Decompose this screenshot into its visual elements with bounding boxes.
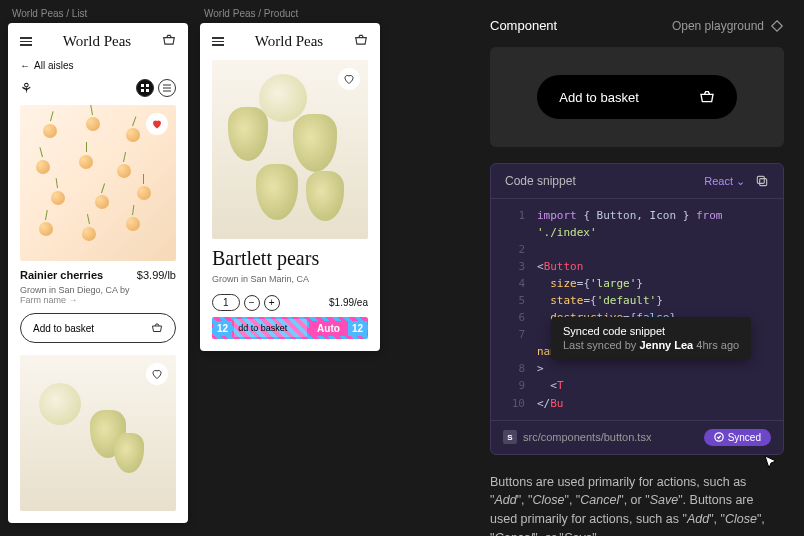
framework-dropdown[interactable]: React ⌄	[704, 175, 745, 188]
svg-rect-1	[146, 84, 149, 87]
menu-icon[interactable]	[212, 37, 224, 46]
svg-rect-2	[141, 89, 144, 92]
selected-button-label: dd to basket	[234, 319, 307, 337]
spacing-right: 12	[348, 321, 367, 336]
farm-link[interactable]: Farm name →	[20, 295, 176, 305]
basket-icon[interactable]	[354, 33, 368, 50]
svg-rect-3	[146, 89, 149, 92]
product-hero-image[interactable]	[212, 60, 368, 239]
brand-title: World Peas	[255, 33, 323, 50]
menu-icon[interactable]	[20, 37, 32, 46]
code-line: 4 size={'large'}	[491, 275, 783, 292]
code-line: 1import { Button, Icon } from './index'	[491, 207, 783, 241]
product-image-cherries[interactable]	[20, 105, 176, 261]
design-canvas[interactable]: World Peas / List World Peas ← All aisle…	[0, 0, 470, 536]
product-name: Rainier cherries	[20, 269, 103, 281]
product-title: Bartlett pears	[212, 247, 368, 270]
artboard-label-product: World Peas / Product	[200, 8, 380, 19]
inspector-panel: Component Open playground Add to basket …	[470, 0, 804, 536]
external-link-icon	[770, 19, 784, 33]
code-line: 10</Bu	[491, 395, 783, 412]
grown-in-text: Grown in San Diego, CA by	[20, 285, 176, 295]
artboard-product[interactable]: World Peas Bartlett pears Grown i	[200, 23, 380, 351]
cursor-icon	[763, 454, 779, 470]
code-line: 2	[491, 241, 783, 258]
filter-icon[interactable]: ⚘	[20, 80, 33, 96]
code-panel-title: Code snippet	[505, 174, 576, 188]
code-line: 3<Button	[491, 258, 783, 275]
check-circle-icon	[714, 432, 724, 442]
spacing-left: 12	[213, 321, 232, 336]
view-grid-toggle[interactable]	[136, 79, 154, 97]
svg-rect-7	[760, 179, 767, 186]
quantity-increment[interactable]: +	[264, 295, 280, 311]
quantity-decrement[interactable]: −	[244, 295, 260, 311]
brand-title: World Peas	[63, 33, 131, 50]
svg-rect-8	[757, 176, 764, 183]
view-list-toggle[interactable]	[158, 79, 176, 97]
favorite-button[interactable]	[146, 113, 168, 135]
panel-title: Component	[490, 18, 557, 33]
code-line: 5 state={'default'}	[491, 292, 783, 309]
code-editor[interactable]: 1import { Button, Icon } from './index'2…	[491, 199, 783, 420]
selected-component-overlay[interactable]: 12 dd to basket Auto 12	[212, 317, 368, 339]
add-to-basket-button[interactable]: Add to basket	[20, 313, 176, 343]
grown-in-text: Grown in San Marin, CA	[212, 274, 368, 284]
favorite-button[interactable]	[146, 363, 168, 385]
preview-add-to-basket-button[interactable]: Add to basket	[537, 75, 737, 119]
product-image-pears-lower[interactable]	[20, 355, 176, 511]
quantity-value[interactable]: 1	[212, 294, 240, 311]
open-playground-link[interactable]: Open playground	[672, 19, 784, 33]
sync-tooltip: Synced code snippet Last synced by Jenny…	[551, 317, 751, 359]
code-line: 9 <T	[491, 377, 783, 394]
artboard-label-list: World Peas / List	[8, 8, 188, 19]
code-line: 8>	[491, 360, 783, 377]
basket-icon[interactable]	[162, 33, 176, 50]
basket-icon	[699, 89, 715, 105]
chevron-left-icon: ←	[20, 60, 30, 71]
unit-price: $1.99/ea	[329, 297, 368, 308]
svg-rect-0	[141, 84, 144, 87]
product-price: $3.99/lb	[137, 269, 176, 281]
basket-icon	[151, 322, 163, 334]
favorite-button[interactable]	[338, 68, 360, 90]
copy-icon[interactable]	[755, 174, 769, 188]
file-path[interactable]: S src/components/button.tsx	[503, 430, 651, 444]
artboard-list[interactable]: World Peas ← All aisles ⚘	[8, 23, 188, 523]
chevron-down-icon: ⌄	[736, 175, 745, 188]
autolayout-badge: Auto	[309, 321, 348, 336]
synced-badge[interactable]: Synced	[704, 429, 771, 446]
code-snippet-panel: Code snippet React ⌄ 1import { Button, I…	[490, 163, 784, 455]
component-description: Buttons are used primarily for actions, …	[490, 473, 784, 536]
back-all-aisles[interactable]: ← All aisles	[20, 60, 176, 71]
file-type-icon: S	[503, 430, 517, 444]
component-preview: Add to basket	[490, 47, 784, 147]
